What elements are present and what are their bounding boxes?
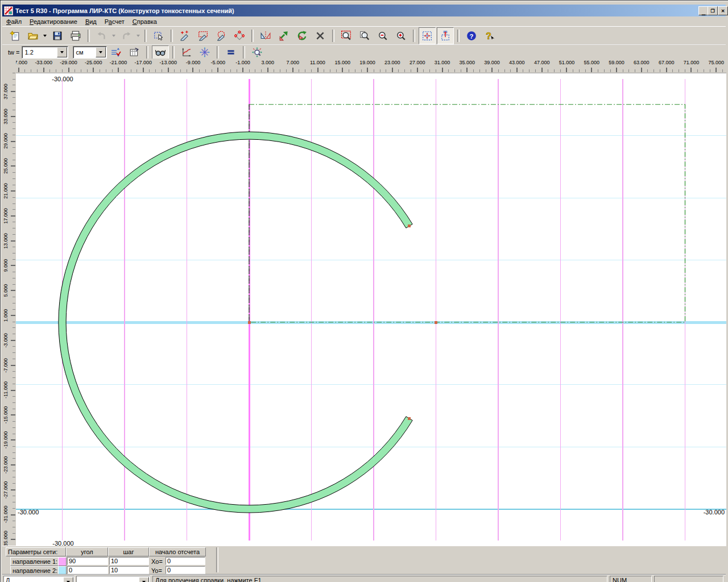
draw-contour-button[interactable] (176, 27, 193, 44)
units-dropdown-icon[interactable] (96, 47, 106, 57)
ruler-label: 71.000 (677, 60, 705, 65)
redo-button-dropdown (134, 28, 142, 44)
status-combo2-dropdown-icon[interactable] (139, 577, 149, 582)
yo-input[interactable] (166, 566, 205, 574)
preview-button[interactable] (152, 45, 169, 59)
fit-all-button[interactable] (419, 27, 436, 44)
ruler-tick (217, 68, 218, 72)
context-help-icon: ? (485, 31, 495, 41)
ruler-label: -35.000 (3, 525, 9, 546)
menu-item-Расчет[interactable]: Расчет (101, 17, 129, 26)
status-combo1-dropdown-icon[interactable] (63, 577, 73, 582)
menu-item-Справка[interactable]: Справка (129, 17, 161, 26)
params-title: Параметры сети: (6, 547, 66, 556)
ruler-tick (43, 68, 44, 72)
section-table-button[interactable] (126, 45, 143, 59)
ruler-tick (392, 68, 393, 72)
tw-dropdown-icon[interactable] (57, 47, 67, 57)
select-tool-button[interactable] (150, 27, 167, 44)
direction1-angle-input[interactable] (67, 557, 108, 565)
ruler-tick (11, 165, 15, 167)
ruler-tick (11, 439, 15, 440)
move-button[interactable] (275, 27, 292, 44)
mirror-button[interactable] (257, 27, 274, 44)
ruler-tick (429, 69, 430, 72)
zoom-100-button[interactable] (356, 27, 373, 44)
zoom-window-button[interactable] (338, 27, 355, 44)
ruler-tick (324, 69, 324, 72)
units-value: см (73, 49, 95, 56)
mirror-icon (260, 31, 271, 41)
open-folder-icon (28, 31, 38, 41)
draw-diamond-button[interactable] (231, 27, 248, 44)
print-button[interactable] (67, 27, 84, 44)
units-combobox[interactable]: см (73, 46, 107, 59)
fit-selection-button[interactable] (437, 27, 454, 44)
rotate-button[interactable] (293, 27, 311, 44)
ruler-tick (13, 533, 15, 534)
application-window: { "window": { "title": "Тест 5 R30 - Про… (0, 0, 728, 582)
status-combo2[interactable] (76, 576, 150, 582)
ruler-tick (13, 172, 15, 173)
ruler-tick (11, 215, 15, 217)
xo-input[interactable] (166, 557, 205, 565)
results-graph-button[interactable] (178, 45, 195, 59)
ruler-tick (13, 458, 15, 459)
direction2-angle-input[interactable] (67, 566, 108, 574)
close-button[interactable]: ✕ (718, 6, 728, 15)
help-button[interactable]: ? (463, 27, 480, 44)
draw-frame-button[interactable] (195, 27, 212, 44)
ruler-tick (704, 69, 704, 72)
ruler-tick (523, 69, 523, 72)
toolbar-separator (332, 30, 334, 42)
ruler-tick (411, 69, 411, 72)
menu-item-Файл[interactable]: Файл (2, 17, 26, 26)
draw-frame-icon (198, 31, 208, 41)
zoom-extents-button[interactable] (249, 45, 266, 59)
thickness-apply-button[interactable] (107, 45, 125, 59)
open-file-button-dropdown[interactable] (41, 28, 48, 44)
mesh-button[interactable] (196, 45, 213, 59)
ruler-tick (13, 160, 15, 160)
ruler-tick (13, 135, 15, 135)
ruler-label: 5.000 (3, 276, 9, 305)
ruler-tick (242, 68, 243, 72)
direction1-color-swatch[interactable] (58, 557, 67, 566)
status-combo1[interactable]: Д (3, 576, 75, 582)
title-bar[interactable]: Тест 5 R30 - Программа ЛИР-КТС (Конструк… (2, 5, 726, 16)
context-help-button[interactable]: ? (481, 27, 498, 44)
toolbar-separator (172, 46, 175, 59)
tw-combobox[interactable]: 1.2 (22, 46, 68, 59)
ruler-tick (13, 521, 15, 521)
ruler-tick (13, 147, 15, 148)
new-file-button[interactable] (6, 27, 23, 44)
ruler-tick (11, 290, 15, 291)
ruler-tick (305, 69, 305, 72)
parameters-toolbar: tw = 1.2 см (2, 44, 726, 59)
direction2-step-input[interactable] (109, 566, 149, 574)
print-icon (71, 31, 81, 41)
delete-button[interactable] (312, 27, 329, 44)
ruler-tick (11, 365, 15, 366)
direction1-step-input[interactable] (109, 557, 149, 565)
ruler-tick (13, 471, 15, 471)
drawing-canvas[interactable]: -30.000-30.000-30.000-30.000 (16, 73, 726, 546)
menu-item-Вид[interactable]: Вид (81, 17, 101, 26)
zoom-out-button[interactable] (374, 27, 391, 44)
ruler-tick (13, 303, 15, 304)
ruler-tick (13, 502, 15, 502)
ruler-tick (510, 69, 511, 72)
ruler-label: 51.000 (552, 60, 581, 65)
open-file-button[interactable] (24, 27, 42, 44)
equals-button[interactable] (222, 45, 239, 59)
menu-item-Редактирование[interactable]: Редактирование (26, 17, 81, 26)
num-lock-indicator: NUM (610, 576, 652, 582)
draw-circle-button[interactable] (213, 27, 230, 44)
ruler-tick (13, 496, 15, 496)
grid-parameters-strip: Параметры сети: угол шаг начало отсчета … (2, 546, 726, 575)
restore-button[interactable]: ❐ (708, 6, 718, 15)
save-button[interactable] (49, 27, 66, 44)
ruler-tick (566, 68, 567, 72)
zoom-in-button[interactable] (392, 27, 410, 44)
ruler-tick (13, 396, 15, 397)
